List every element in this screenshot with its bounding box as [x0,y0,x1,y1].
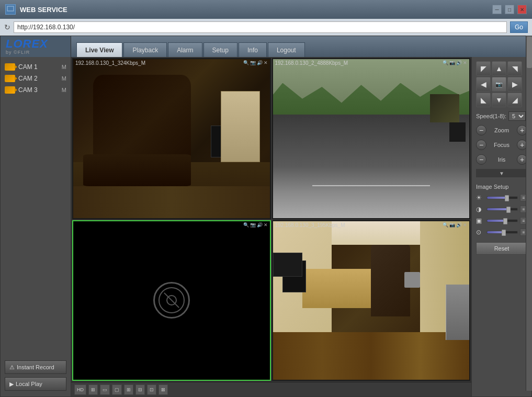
tab-playback[interactable]: Playback [123,42,167,57]
focus-minus[interactable]: − [476,140,486,150]
cell4-close-icon[interactable]: ✕ [463,222,467,228]
url-input[interactable] [14,21,507,33]
cell4-snap-icon[interactable]: 📷 [449,222,455,228]
cell4-zoom-icon[interactable]: 🔍 [443,222,448,228]
video-cell-3[interactable]: 🔍 📷 🔊 ✕ [72,220,271,381]
cam-offline-indicator [153,282,190,319]
cell4-label: 192.168.0.130_3_195Kbps_M [275,222,345,228]
scrollbar-thumb[interactable] [527,37,532,68]
ptz-up-right[interactable]: ◥ [507,61,522,76]
focus-row: − Focus + [476,140,527,150]
video-cell-4[interactable]: 192.168.0.130_3_195Kbps_M 🔍 📷 🔊 ✕ [272,220,471,381]
ptz-cam-btn[interactable]: 📷 [492,77,506,92]
tab-logout[interactable]: Logout [268,42,305,57]
lorex-logo: LOREX [6,38,48,50]
ptz-up[interactable]: ▲ [492,61,506,76]
cam2-item[interactable]: CAM 2 M [1,73,71,84]
toolbar-hd-btn[interactable]: HD [74,384,86,395]
reset-button[interactable]: Reset [476,242,527,255]
speed-select[interactable]: 5 1234 678 [508,111,526,121]
contrast-icon: ◑ [476,206,484,213]
cell1-close-icon[interactable]: ✕ [264,60,268,65]
ptz-down-left[interactable]: ◣ [476,93,491,107]
toolbar-grid4-btn[interactable]: ⊡ [147,384,156,395]
toolbar-rect-btn[interactable]: ▭ [100,384,110,395]
toolbar-grid2-btn[interactable]: ⊞ [124,384,133,395]
app-icon [5,4,16,15]
ptz-panel: ◤ ▲ ◥ ◀ 📷 ▶ ◣ ▼ ◢ Speed(1-8): 5 1234 678 [471,57,531,396]
iris-row: − Iris + [476,154,527,165]
cell4-audio-icon[interactable]: 🔊 [456,222,462,228]
ptz-right[interactable]: ▶ [507,77,522,92]
maximize-button[interactable]: □ [505,5,514,14]
cam2-label: CAM 2 [18,75,59,82]
cell1-label: 192.168.0.130_1_324Kbps_M [75,60,145,66]
saturation-row: ▣ ≡ [476,217,527,224]
close-button[interactable]: ✕ [517,5,527,14]
window-title: WEB SERVICE [20,6,67,14]
content-area: CAM 1 M CAM 2 M CAM 3 M ⚠ Instant Record… [1,57,531,396]
zoom-minus[interactable]: − [476,125,486,135]
nav-area: LOREX by ©FLIR Live View Playback Alarm … [1,36,531,57]
cam3-label: CAM 3 [18,86,59,94]
cam3-item[interactable]: CAM 3 M [1,84,71,96]
iris-minus[interactable]: − [476,154,486,165]
video-cell-1[interactable]: 192.168.0.130_1_324Kbps_M 🔍 📷 🔊 ✕ [72,58,271,219]
toolbar-grid5-btn[interactable]: ⊠ [159,384,168,395]
tab-alarm[interactable]: Alarm [168,42,202,57]
tab-live-view[interactable]: Live View [76,42,122,57]
cell1-zoom-icon[interactable]: 🔍 [243,60,249,65]
video-toolbar: HD ⊞ ▭ ▢ ⊞ ⊟ ⊡ ⊠ [71,382,471,396]
svg-rect-1 [8,7,13,10]
cam1-item[interactable]: CAM 1 M [1,61,71,73]
toolbar-grid3-btn[interactable]: ⊟ [135,384,145,395]
minimize-button[interactable]: ─ [492,5,502,14]
cell2-zoom-icon[interactable]: 🔍 [443,60,448,65]
title-bar: WEB SERVICE ─ □ ✕ [0,0,532,19]
address-bar: ↻ Go [0,19,532,36]
cell2-close-icon[interactable]: ✕ [463,60,467,65]
cell1-controls: 🔍 📷 🔊 ✕ [243,60,268,65]
cell1-audio-icon[interactable]: 🔊 [257,60,263,65]
video-cell-2[interactable]: 192.168.0.130_2_4888Kbps_M 🔍 📷 🔊 ✕ [272,58,471,219]
local-play-icon: ▶ [9,381,14,388]
ptz-left[interactable]: ◀ [476,77,491,92]
cell2-audio-icon[interactable]: 🔊 [456,60,462,65]
instant-record-button[interactable]: ⚠ Instant Record [5,360,66,374]
cell1-snap-icon[interactable]: 📷 [250,60,256,65]
tab-setup[interactable]: Setup [203,42,237,57]
contrast-row: ◑ ≡ [476,206,527,213]
image-setup-title: Image Setup [476,184,527,190]
expand-arrow[interactable]: ▼ [476,169,527,177]
cell3-close-icon[interactable]: ✕ [264,222,268,228]
cell2-snap-icon[interactable]: 📷 [449,60,455,65]
cell3-audio-icon[interactable]: 🔊 [257,222,263,228]
brightness-slider[interactable] [486,196,518,199]
refresh-button[interactable]: ↻ [4,23,10,31]
cell3-controls: 🔍 📷 🔊 ✕ [243,222,268,228]
ptz-arrows: ◤ ▲ ◥ ◀ 📷 ▶ ◣ ▼ ◢ [476,61,527,107]
hue-slider[interactable] [486,231,518,234]
cell2-controls: 🔍 📷 🔊 ✕ [443,60,467,65]
iris-label: Iris [489,156,515,163]
go-button[interactable]: Go [510,21,528,33]
logo-area: LOREX by ©FLIR [1,36,71,57]
cell3-zoom-icon[interactable]: 🔍 [243,222,249,228]
ptz-down[interactable]: ▼ [492,93,506,107]
cam1-motion: M [62,64,66,70]
local-play-button[interactable]: ▶ Local Play [5,377,66,391]
cell3-snap-icon[interactable]: 📷 [250,222,256,228]
scrollbar[interactable] [526,36,532,391]
cam1-icon [5,63,15,71]
contrast-slider[interactable] [486,208,518,211]
hue-icon: ⊙ [476,229,484,236]
toolbar-sq-btn[interactable]: ▢ [112,384,122,395]
ptz-down-right[interactable]: ◢ [507,93,522,107]
ptz-up-left[interactable]: ◤ [476,61,491,76]
speed-label: Speed(1-8): [476,113,506,119]
zoom-label: Zoom [489,127,515,133]
tab-info[interactable]: Info [239,42,267,57]
brightness-icon: ☀ [476,194,484,201]
saturation-slider[interactable] [486,219,518,222]
toolbar-grid1-btn[interactable]: ⊞ [88,384,98,395]
